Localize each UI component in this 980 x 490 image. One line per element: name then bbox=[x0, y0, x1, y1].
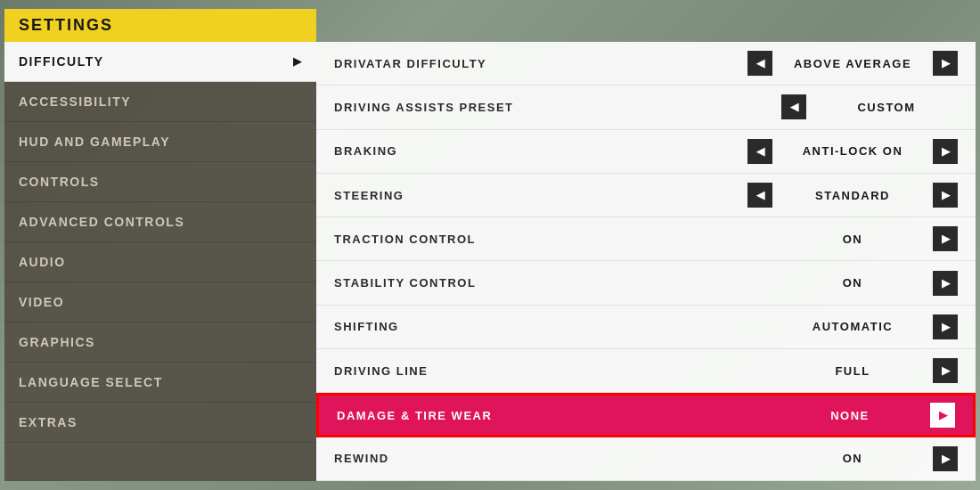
sidebar-item-label: HUD AND GAMEPLAY bbox=[19, 135, 170, 149]
setting-value-area-driving-assists-preset: ◀CUSTOM bbox=[781, 94, 958, 119]
sidebar-item-advanced-controls[interactable]: ADVANCED CONTROLS bbox=[4, 202, 316, 242]
setting-label-braking: BRAKING bbox=[334, 144, 673, 158]
setting-right-arrow-damage-tire-wear[interactable]: ▶ bbox=[930, 403, 955, 428]
setting-value-driving-line: FULL bbox=[781, 364, 924, 378]
sidebar-item-audio[interactable]: AUDIO bbox=[4, 242, 316, 282]
setting-row-driving-assists-preset: DRIVING ASSISTS PRESET◀CUSTOM bbox=[316, 86, 976, 129]
sidebar-item-controls[interactable]: CONTROLS bbox=[4, 162, 316, 202]
setting-right-arrow-driving-line[interactable]: ▶ bbox=[933, 358, 958, 383]
sidebar-arrow-icon: ▶ bbox=[293, 55, 303, 68]
setting-value-area-braking: ◀ANTI-LOCK ON▶ bbox=[747, 139, 958, 164]
setting-left-arrow-braking[interactable]: ◀ bbox=[747, 139, 772, 164]
setting-row-steering: STEERING◀STANDARD▶ bbox=[316, 174, 976, 217]
sidebar-item-label: GRAPHICS bbox=[19, 335, 95, 349]
setting-label-stability-control: STABILITY CONTROL bbox=[334, 276, 673, 290]
setting-right-arrow-drivatar-difficulty[interactable]: ▶ bbox=[933, 51, 958, 76]
setting-value-steering: STANDARD bbox=[781, 189, 924, 202]
setting-right-arrow-rewind[interactable]: ▶ bbox=[933, 446, 958, 471]
sidebar-item-label: AUDIO bbox=[19, 255, 66, 269]
setting-value-area-shifting: AUTOMATIC▶ bbox=[781, 314, 958, 339]
setting-row-shifting: SHIFTINGAUTOMATIC▶ bbox=[316, 306, 976, 349]
sidebar-item-language-select[interactable]: LANGUAGE SELECT bbox=[4, 363, 316, 403]
setting-value-shifting: AUTOMATIC bbox=[781, 320, 924, 333]
setting-value-area-drivatar-difficulty: ◀ABOVE AVERAGE▶ bbox=[747, 51, 958, 76]
setting-value-damage-tire-wear: NONE bbox=[779, 409, 921, 422]
setting-value-area-steering: ◀STANDARD▶ bbox=[747, 183, 958, 208]
setting-value-traction-control: ON bbox=[781, 233, 924, 246]
setting-right-arrow-stability-control[interactable]: ▶ bbox=[933, 271, 958, 296]
setting-row-braking: BRAKING◀ANTI-LOCK ON▶ bbox=[316, 130, 976, 174]
sidebar-item-accessibility[interactable]: ACCESSIBILITY bbox=[4, 82, 316, 122]
setting-row-traction-control: TRACTION CONTROLON▶ bbox=[316, 217, 976, 261]
setting-value-area-driving-line: FULL▶ bbox=[781, 358, 958, 383]
setting-value-driving-assists-preset: CUSTOM bbox=[815, 101, 958, 114]
sidebar-item-label: LANGUAGE SELECT bbox=[19, 375, 163, 389]
setting-right-arrow-braking[interactable]: ▶ bbox=[933, 139, 958, 164]
setting-label-damage-tire-wear: DAMAGE & TIRE WEAR bbox=[337, 409, 675, 422]
setting-value-area-stability-control: ON▶ bbox=[781, 271, 958, 296]
setting-value-braking: ANTI-LOCK ON bbox=[781, 144, 924, 158]
setting-label-shifting: SHIFTING bbox=[334, 320, 673, 333]
setting-label-drivatar-difficulty: DRIVATAR DIFFICULTY bbox=[334, 57, 673, 70]
setting-right-arrow-traction-control[interactable]: ▶ bbox=[933, 226, 958, 251]
setting-label-driving-line: DRIVING LINE bbox=[334, 364, 673, 378]
setting-left-arrow-drivatar-difficulty[interactable]: ◀ bbox=[747, 51, 772, 76]
sidebar: DIFFICULTY▶ACCESSIBILITYHUD AND GAMEPLAY… bbox=[4, 42, 316, 481]
content-area: DRIVATAR DIFFICULTY◀ABOVE AVERAGE▶DRIVIN… bbox=[316, 42, 976, 481]
sidebar-item-label: CONTROLS bbox=[19, 175, 100, 189]
setting-label-rewind: REWIND bbox=[334, 452, 673, 465]
setting-value-stability-control: ON bbox=[781, 276, 924, 290]
setting-left-arrow-driving-assists-preset[interactable]: ◀ bbox=[781, 94, 806, 119]
setting-row-rewind: REWINDON▶ bbox=[316, 437, 976, 481]
setting-value-area-rewind: ON▶ bbox=[781, 446, 958, 471]
sidebar-item-difficulty[interactable]: DIFFICULTY▶ bbox=[4, 42, 316, 82]
sidebar-item-extras[interactable]: EXTRAS bbox=[4, 403, 316, 443]
sidebar-item-hud-gameplay[interactable]: HUD AND GAMEPLAY bbox=[4, 122, 316, 162]
setting-value-area-traction-control: ON▶ bbox=[781, 226, 958, 251]
setting-row-damage-tire-wear: DAMAGE & TIRE WEARNONE▶ bbox=[316, 393, 976, 437]
sidebar-item-video[interactable]: VIDEO bbox=[4, 282, 316, 323]
setting-right-arrow-shifting[interactable]: ▶ bbox=[933, 314, 958, 339]
setting-row-driving-line: DRIVING LINEFULL▶ bbox=[316, 349, 976, 393]
sidebar-item-label: DIFFICULTY bbox=[19, 54, 104, 69]
setting-value-drivatar-difficulty: ABOVE AVERAGE bbox=[781, 57, 924, 70]
sidebar-item-label: VIDEO bbox=[19, 295, 64, 309]
setting-value-area-damage-tire-wear: NONE▶ bbox=[779, 403, 955, 428]
setting-row-drivatar-difficulty: DRIVATAR DIFFICULTY◀ABOVE AVERAGE▶ bbox=[316, 42, 976, 86]
sidebar-item-label: ACCESSIBILITY bbox=[19, 94, 131, 109]
setting-right-arrow-steering[interactable]: ▶ bbox=[933, 183, 958, 208]
settings-title: SETTINGS bbox=[4, 9, 316, 42]
setting-label-steering: STEERING bbox=[334, 189, 673, 202]
sidebar-item-graphics[interactable]: GRAPHICS bbox=[4, 323, 316, 363]
setting-left-arrow-steering[interactable]: ◀ bbox=[747, 183, 772, 208]
setting-row-stability-control: STABILITY CONTROLON▶ bbox=[316, 261, 976, 305]
sidebar-item-label: ADVANCED CONTROLS bbox=[19, 215, 184, 229]
sidebar-item-label: EXTRAS bbox=[19, 415, 78, 429]
setting-label-driving-assists-preset: DRIVING ASSISTS PRESET bbox=[334, 101, 673, 114]
setting-value-rewind: ON bbox=[781, 452, 924, 465]
setting-label-traction-control: TRACTION CONTROL bbox=[334, 233, 673, 246]
